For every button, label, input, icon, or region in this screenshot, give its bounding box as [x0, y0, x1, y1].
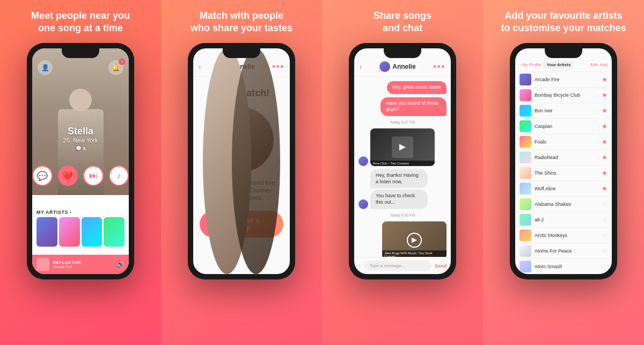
artist-name-alabama-shakes: Alabama Shakes — [535, 202, 598, 207]
messages-icon: 💬 — [76, 146, 82, 151]
now-playing-bar: REFLEKTOR Arcade Fire 🔊 — [32, 255, 129, 274]
artist-name-atoms-for-peace: Atoms For Peace — [535, 248, 598, 254]
phone1-screen: 👤 🔔 7 Stella 25, New York 💬 5 — [32, 48, 129, 274]
artist-row-shins: The Shins ★ — [515, 166, 612, 181]
bell-icon-svg: 🔔 — [112, 64, 120, 71]
artist-name-arctic-monkeys: Arctic Monkeys — [535, 233, 598, 238]
artist-thumb-3[interactable] — [82, 217, 103, 247]
artist-name-arcade-fire: Arcade Fire — [535, 77, 598, 82]
artist-name-alt-j: alt-J — [535, 217, 598, 222]
message-3-area: Hey, thanks! Having a listen now, You ha… — [358, 169, 447, 209]
person-head — [69, 89, 92, 111]
phone3-content: ‹ Annelie ••• Hey, great music taste! Ha… — [354, 48, 451, 274]
artist-row-foals: Foals ★ — [515, 134, 612, 150]
panel-share-songs: Share songsand chat ‹ Annelie ••• Hey, g… — [322, 0, 483, 345]
artist-row-bon-iver: Bon Iver ★ — [515, 103, 612, 119]
more-menu-button[interactable]: ••• — [272, 62, 284, 71]
edit-button[interactable]: Edit — [590, 62, 598, 67]
send-button[interactable]: Send — [435, 263, 447, 269]
artist-thumb-wolf-alice — [519, 183, 531, 195]
sender-avatar-1 — [358, 156, 368, 166]
star-bbc[interactable]: ★ — [602, 91, 608, 99]
user-location: 25, New York — [32, 137, 129, 143]
artist-thumb-alt-j — [519, 214, 531, 226]
star-alt-j[interactable]: ☆ — [602, 216, 608, 224]
panel2-title: Match with peoplewho share your tastes — [191, 10, 292, 35]
artist-thumb-bon-iver — [519, 105, 531, 117]
volume-icon[interactable]: 🔊 — [116, 261, 125, 268]
phone-3: ‹ Annelie ••• Hey, great music taste! Ha… — [349, 43, 456, 279]
like-button[interactable]: ❤️ — [58, 166, 78, 186]
artist-name-foals: Foals — [535, 139, 598, 145]
your-artists-tab[interactable]: Your Artists — [543, 61, 574, 68]
attach-music-icon[interactable]: ♪ — [358, 263, 361, 269]
artist-row-caspian: Caspian ★ — [515, 119, 612, 134]
add-button[interactable]: Add — [600, 62, 608, 67]
artist-row-arctic-monkeys: Arctic Monkeys ☆ — [515, 228, 612, 243]
artist-thumb-4[interactable] — [104, 217, 125, 247]
sender-avatar-2 — [358, 199, 368, 209]
action-buttons: 💬 ❤️ ⏭ ♪ — [32, 166, 129, 186]
star-foals[interactable]: ★ — [602, 138, 608, 146]
back-button[interactable]: ‹ — [199, 62, 201, 71]
chat-button[interactable]: 💬 — [32, 166, 53, 186]
my-profile-tab[interactable]: ‹ My Profile — [519, 62, 541, 67]
phone4-notch — [545, 48, 582, 58]
message-input-area: ♪ Type a message... Send — [354, 257, 451, 274]
user-name: Stella — [32, 126, 129, 137]
phone-4: ‹ My Profile Your Artists Edit Add Arcad… — [510, 43, 617, 279]
star-atoms-for-peace[interactable]: ☆ — [602, 247, 608, 255]
artist-thumb-atom-smash — [519, 261, 531, 272]
artist-name-caspian: Caspian — [535, 124, 598, 129]
message-input[interactable]: Type a message... — [364, 261, 431, 271]
message-4: You have to check this out... — [370, 190, 428, 209]
notification-icon[interactable]: 🔔 7 — [108, 60, 123, 75]
user-name-area: Stella 25, New York 💬 5 — [32, 126, 129, 151]
star-wolf-alice[interactable]: ★ — [602, 185, 608, 192]
artist-row-bbc: Bombay Bicycle Club ★ — [515, 88, 612, 103]
artist-row-alabama-shakes: Alabama Shakes ☆ — [515, 197, 612, 212]
star-atom-smash[interactable]: ☆ — [602, 263, 608, 270]
artist-row-radiohead: Radiohead ★ — [515, 150, 612, 166]
star-caspian[interactable]: ★ — [602, 123, 608, 130]
profile-icon[interactable]: 👤 — [38, 60, 53, 75]
star-bon-iver[interactable]: ★ — [602, 107, 608, 114]
messages-count: 5 — [83, 146, 85, 151]
artist-row-arcade-fire: Arcade Fire ★ — [515, 72, 612, 88]
artist-thumb-bbc — [519, 89, 531, 101]
artist-thumb-1[interactable] — [36, 217, 57, 247]
artist-name-atom-smash: Atom Smash — [535, 264, 598, 269]
artist-thumb-caspian — [519, 120, 531, 132]
chat-back-button[interactable]: ‹ — [360, 62, 362, 71]
phone3-user-info: Annelie — [379, 61, 415, 72]
song-share-2: Jake Bugg NPR Music: Tiny Desk Concert — [382, 221, 447, 257]
phone-1: 👤 🔔 7 Stella 25, New York 💬 5 — [27, 43, 134, 279]
chat-messages-area: Hey, great music taste! Have you heard o… — [354, 77, 451, 257]
song-card-2[interactable]: Jake Bugg NPR Music: Tiny Desk Concert — [382, 221, 447, 257]
artist-name-radiohead: Radiohead — [535, 155, 598, 160]
star-arcade-fire[interactable]: ★ — [602, 76, 608, 83]
song-card-1[interactable]: Slow Club – Two Cousins — [370, 128, 435, 166]
match-content: It's a match! Chat about your shared lov… — [193, 77, 290, 243]
star-arctic-monkeys[interactable]: ☆ — [602, 232, 608, 239]
phone-2: ‹ Annelie ••• It's a match! Chat about y… — [188, 43, 295, 279]
music-button[interactable]: ♪ — [109, 166, 129, 186]
artist-name-shins: The Shins — [535, 170, 598, 176]
skip-button[interactable]: ⏭ — [83, 166, 104, 186]
chat-more-menu[interactable]: ••• — [433, 62, 445, 71]
panel3-title: Share songsand chat — [374, 10, 431, 35]
star-shins[interactable]: ★ — [602, 169, 608, 177]
star-alabama-shakes[interactable]: ☆ — [602, 200, 608, 208]
artist-row-atom-smash: Atom Smash ☆ — [515, 259, 612, 274]
album-art-small — [36, 258, 49, 271]
message-3: Hey, thanks! Having a listen now, — [370, 169, 428, 188]
artist-thumb-2[interactable] — [59, 217, 80, 247]
star-radiohead[interactable]: ★ — [602, 154, 608, 161]
phone3-notch — [384, 48, 421, 58]
artists-list: Arcade Fire ★ Bombay Bicycle Club ★ Bon … — [515, 72, 612, 274]
artist-thumb-arcade-fire — [519, 74, 531, 85]
match-avatars — [209, 107, 274, 172]
chat-partner-name: Annelie — [392, 63, 415, 70]
artist-thumb-arctic-monkeys — [519, 229, 531, 241]
artist-row-atoms-for-peace: Atoms For Peace ☆ — [515, 243, 612, 259]
